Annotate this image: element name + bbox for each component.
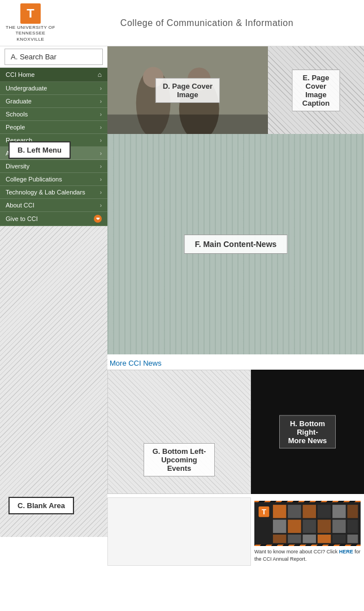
menu-item-about-text: About CCI: [6, 202, 34, 209]
menu-item-tech-text: Technology & Lab Calendars: [6, 189, 85, 196]
menu-item-graduate[interactable]: Graduate ›: [0, 95, 107, 108]
bottom-right-news: H. Bottom Right- More News: [251, 370, 364, 494]
annual-report-image: T: [254, 501, 361, 546]
menu-item-home-text: CCI Home: [6, 71, 34, 78]
svg-rect-5: [107, 115, 268, 134]
menu-item-diversity[interactable]: Diversity ›: [0, 160, 107, 173]
left-menu: CCI Home ⌂ Undergraduate › Graduate › Sc…: [0, 68, 107, 226]
svg-rect-16: [288, 520, 301, 534]
menu-item-home[interactable]: CCI Home ⌂: [0, 68, 107, 82]
blank-area-label: C. Blank Area: [8, 497, 74, 514]
svg-rect-18: [318, 520, 331, 534]
svg-rect-21: [273, 535, 287, 543]
arrow-icon: ›: [100, 111, 102, 118]
arrow-icon: ›: [100, 137, 102, 144]
bottom-row: G. Bottom Left- Upcoming Events H. Botto…: [107, 370, 364, 494]
logo-text: THE UNIVERSITY OF TENNESSEE KNOXVILLE: [6, 25, 55, 42]
arrow-icon: ›: [100, 150, 102, 157]
menu-item-people[interactable]: People ›: [0, 121, 107, 134]
search-bar-wrapper: A. Search Bar: [0, 46, 107, 68]
page-cover-caption: E. Page Cover Image Caption: [268, 46, 364, 134]
home-icon: ⌂: [98, 71, 102, 79]
svg-rect-24: [318, 535, 331, 543]
svg-rect-12: [318, 505, 331, 518]
svg-rect-19: [332, 520, 346, 534]
site-title: College of Communication & Information: [55, 18, 358, 28]
svg-rect-14: [348, 505, 358, 518]
svg-rect-23: [303, 535, 317, 543]
annual-report-right: T: [251, 497, 364, 566]
logo-letter: T: [27, 6, 34, 21]
menu-item-graduate-text: Graduate: [6, 98, 32, 105]
logo-area: T THE UNIVERSITY OF TENNESSEE KNOXVILLE: [6, 3, 55, 42]
arrow-icon: ›: [100, 163, 102, 170]
arrow-icon: ›: [100, 189, 102, 196]
annual-report-text-before: Want to know more about CCI? Click: [254, 549, 339, 554]
svg-rect-20: [348, 520, 358, 534]
menu-item-tech[interactable]: Technology & Lab Calendars ›: [0, 186, 107, 199]
menu-item-schools[interactable]: Schools ›: [0, 108, 107, 121]
bottom-right-label: H. Bottom Right- More News: [279, 415, 336, 449]
main-content-news: F. Main Content-News: [107, 134, 364, 354]
arrow-icon: ›: [100, 124, 102, 131]
menu-item-schools-text: Schools: [6, 111, 28, 118]
annual-report-area: T: [107, 494, 364, 569]
give-badge: ❤: [94, 215, 102, 223]
right-content: D. Page Cover Image E. Page Cover Image …: [107, 46, 364, 569]
menu-item-diversity-text: Diversity: [6, 163, 29, 170]
annual-report-text: Want to know more about CCI? Click HERE …: [254, 548, 361, 562]
svg-rect-13: [332, 505, 346, 518]
menu-item-people-text: People: [6, 124, 25, 131]
menu-item-about[interactable]: About CCI ›: [0, 199, 107, 212]
page-cover-caption-label: E. Page Cover Image Caption: [292, 70, 340, 111]
arrow-icon: ›: [100, 98, 102, 105]
svg-rect-25: [332, 535, 346, 543]
menu-item-publications-text: College Publications: [6, 176, 62, 183]
blank-area: C. Blank Area: [0, 226, 107, 537]
page-cover-image: D. Page Cover Image: [107, 46, 268, 134]
menu-item-publications[interactable]: College Publications ›: [0, 173, 107, 186]
bottom-left-label: G. Bottom Left- Upcoming Events: [144, 443, 215, 476]
menu-item-give[interactable]: Give to CCI ❤: [0, 212, 107, 226]
annual-report-link[interactable]: HERE: [339, 549, 353, 554]
main-layout: A. Search Bar CCI Home ⌂ Undergraduate ›…: [0, 46, 364, 569]
arrow-icon: ›: [100, 202, 102, 209]
svg-rect-17: [303, 520, 317, 534]
annual-report-left: [107, 497, 251, 566]
more-news-link[interactable]: More CCI News: [107, 354, 364, 370]
menu-item-give-text: Give to CCI: [6, 215, 38, 222]
main-content-news-label: F. Main Content-News: [184, 235, 288, 254]
search-bar-label[interactable]: A. Search Bar: [5, 49, 103, 65]
arrow-icon: ›: [100, 176, 102, 183]
bottom-left-events: G. Bottom Left- Upcoming Events: [107, 370, 251, 494]
left-menu-label: B. Left Menu: [8, 141, 71, 159]
page-cover-image-label: D. Page Cover Image: [155, 78, 220, 103]
svg-rect-15: [273, 520, 287, 534]
logo-box: T: [20, 3, 41, 24]
svg-rect-9: [273, 505, 287, 518]
svg-rect-11: [303, 505, 317, 518]
top-images-row: D. Page Cover Image E. Page Cover Image …: [107, 46, 364, 134]
svg-rect-10: [288, 505, 301, 518]
annual-report-svg: T: [254, 501, 361, 546]
arrow-icon: ›: [100, 85, 102, 92]
menu-item-undergrad-text: Undergraduate: [6, 85, 47, 92]
svg-text:T: T: [262, 508, 266, 516]
left-sidebar: A. Search Bar CCI Home ⌂ Undergraduate ›…: [0, 46, 107, 569]
svg-rect-26: [348, 535, 358, 543]
svg-rect-22: [288, 535, 301, 543]
menu-item-undergrad[interactable]: Undergraduate ›: [0, 82, 107, 95]
site-header: T THE UNIVERSITY OF TENNESSEE KNOXVILLE …: [0, 0, 364, 46]
